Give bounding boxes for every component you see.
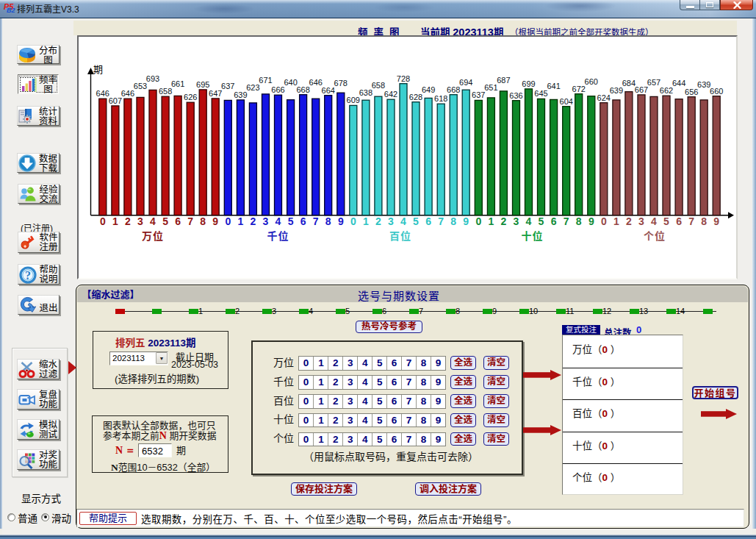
- svg-text:4: 4: [276, 215, 281, 227]
- svg-text:658: 658: [372, 81, 385, 90]
- svg-text:644: 644: [672, 79, 685, 88]
- svg-text:8: 8: [200, 215, 206, 227]
- svg-text:668: 668: [447, 85, 460, 94]
- svg-text:637: 637: [221, 82, 234, 90]
- svg-text:666: 666: [271, 85, 284, 94]
- svg-text:万位: 万位: [142, 230, 164, 242]
- svg-text:期: 期: [93, 64, 103, 75]
- svg-text:9: 9: [463, 215, 469, 227]
- svg-text:3: 3: [263, 215, 269, 227]
- svg-text:694: 694: [459, 78, 472, 87]
- svg-text:667: 667: [635, 85, 648, 94]
- svg-text:6: 6: [175, 215, 181, 227]
- svg-text:678: 678: [334, 79, 348, 88]
- svg-text:661: 661: [171, 79, 184, 88]
- svg-text:3: 3: [514, 215, 519, 227]
- svg-text:642: 642: [384, 90, 397, 99]
- svg-text:7: 7: [564, 215, 569, 227]
- svg-text:636: 636: [509, 91, 522, 100]
- svg-text:607: 607: [109, 96, 122, 105]
- svg-text:个位: 个位: [644, 230, 666, 242]
- svg-text:656: 656: [685, 88, 698, 96]
- svg-text:3: 3: [388, 215, 394, 227]
- svg-text:4: 4: [150, 215, 156, 227]
- svg-text:693: 693: [146, 74, 159, 83]
- svg-text:609: 609: [347, 96, 360, 104]
- svg-text:623: 623: [246, 83, 259, 92]
- svg-text:0: 0: [225, 215, 231, 227]
- svg-text:5: 5: [539, 215, 544, 227]
- svg-text:660: 660: [710, 87, 723, 96]
- svg-text:646: 646: [121, 89, 134, 98]
- svg-text:9: 9: [338, 215, 344, 227]
- svg-text:646: 646: [309, 78, 323, 87]
- svg-text:7: 7: [187, 215, 193, 227]
- svg-text:664: 664: [322, 86, 335, 95]
- svg-text:?: ?: [25, 269, 31, 282]
- svg-text:5: 5: [663, 215, 669, 227]
- svg-text:695: 695: [196, 80, 209, 89]
- svg-text:639: 639: [697, 80, 710, 89]
- svg-text:3: 3: [137, 215, 143, 227]
- svg-text:6: 6: [300, 215, 306, 227]
- svg-text:639: 639: [610, 86, 623, 95]
- svg-text:7: 7: [688, 215, 694, 227]
- svg-text:604: 604: [560, 97, 573, 106]
- svg-text:628: 628: [409, 93, 422, 101]
- svg-text:1: 1: [489, 215, 494, 227]
- svg-text:653: 653: [134, 82, 147, 90]
- svg-text:6: 6: [425, 215, 431, 227]
- svg-text:9: 9: [588, 215, 594, 227]
- svg-text:684: 684: [622, 79, 636, 88]
- svg-text:649: 649: [422, 85, 435, 94]
- svg-text:658: 658: [159, 87, 172, 96]
- svg-text:671: 671: [259, 76, 272, 85]
- svg-text:657: 657: [647, 78, 660, 87]
- svg-text:4: 4: [400, 215, 406, 227]
- svg-text:8: 8: [325, 215, 331, 227]
- svg-text:4: 4: [651, 215, 657, 227]
- svg-text:668: 668: [296, 85, 309, 94]
- svg-text:647: 647: [209, 89, 222, 98]
- svg-text:624: 624: [597, 93, 611, 102]
- svg-text:0: 0: [100, 215, 106, 227]
- svg-text:6: 6: [551, 215, 557, 227]
- svg-text:7: 7: [438, 215, 444, 227]
- svg-text:1: 1: [112, 215, 118, 227]
- svg-text:2: 2: [125, 215, 131, 227]
- svg-text:千位: 千位: [267, 230, 289, 242]
- svg-text:4: 4: [526, 215, 532, 227]
- svg-text:9: 9: [212, 215, 218, 227]
- svg-text:651: 651: [484, 83, 497, 92]
- svg-text:8: 8: [450, 215, 456, 227]
- svg-text:1: 1: [363, 215, 369, 227]
- svg-text:5: 5: [413, 215, 419, 227]
- svg-text:十位: 十位: [522, 230, 544, 242]
- svg-text:2: 2: [251, 215, 256, 227]
- svg-text:639: 639: [234, 90, 247, 99]
- svg-text:672: 672: [572, 85, 586, 93]
- svg-text:2: 2: [375, 215, 381, 227]
- svg-text:699: 699: [522, 79, 535, 88]
- svg-text:2: 2: [626, 215, 632, 227]
- svg-text:662: 662: [660, 86, 673, 95]
- svg-text:641: 641: [547, 82, 560, 90]
- svg-text:626: 626: [184, 93, 197, 101]
- svg-text:1: 1: [613, 215, 619, 227]
- svg-text:2: 2: [501, 215, 507, 227]
- svg-text:728: 728: [397, 74, 410, 83]
- svg-text:5: 5: [288, 215, 294, 227]
- svg-text:3: 3: [638, 215, 644, 227]
- svg-text:0: 0: [475, 215, 481, 227]
- svg-text:9: 9: [713, 215, 719, 227]
- svg-text:687: 687: [497, 76, 510, 85]
- svg-text:618: 618: [434, 94, 447, 103]
- svg-text:640: 640: [284, 78, 297, 87]
- svg-text:百位: 百位: [389, 230, 411, 242]
- svg-text:0: 0: [601, 215, 607, 227]
- svg-text:0: 0: [350, 215, 356, 227]
- svg-text:7: 7: [313, 215, 319, 227]
- svg-text:5: 5: [162, 215, 168, 227]
- svg-text:646: 646: [96, 89, 109, 98]
- svg-text:8: 8: [576, 215, 582, 227]
